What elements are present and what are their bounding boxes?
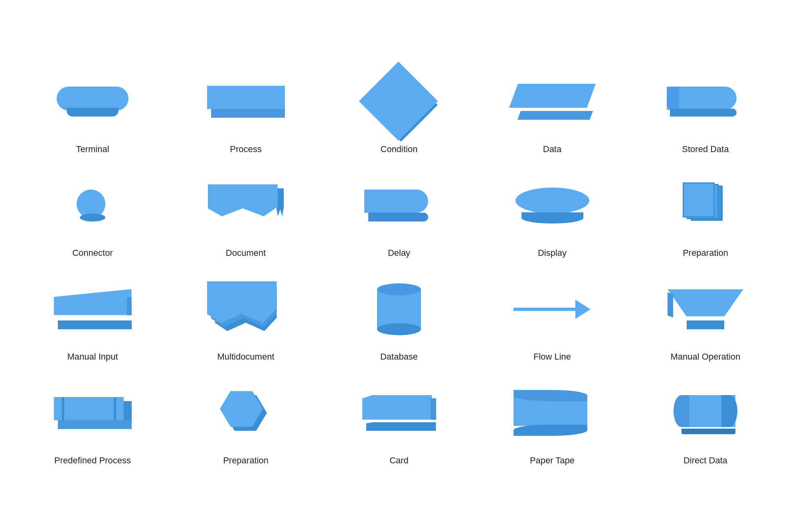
preparation2-label: Preparation [223,455,269,466]
cell-direct-data: Direct Data [629,370,782,474]
shape-condition-container [326,67,472,137]
shape-direct-data-container [633,378,778,448]
data-shape [514,84,591,120]
condition-label: Condition [381,144,418,154]
shape-stored-data-container [633,67,778,137]
manual-input-label: Manual Input [67,352,118,362]
process-shape [207,86,285,118]
display-shape [516,188,589,223]
paper-tape-label: Paper Tape [530,455,575,466]
shape-data-container [480,67,625,137]
condition-shape [369,72,429,132]
cell-preparation: Preparation [629,162,782,266]
display-label: Display [538,248,567,258]
shape-multidocument-container [173,274,318,344]
shape-preparation2-container [173,378,318,448]
cell-display: Display [476,162,629,266]
shape-predefined-process-container [20,378,165,448]
card-label: Card [389,455,409,466]
card-shape [362,395,436,431]
terminal-label: Terminal [76,144,109,154]
shape-paper-tape-container [480,378,625,448]
cell-multidocument: Multidocument [169,266,322,370]
shape-manual-input-container [20,274,165,344]
manual-operation-label: Manual Operation [671,352,741,362]
cell-manual-input: Manual Input [16,266,169,370]
manual-operation-shape [668,289,743,329]
shape-document-container [173,170,318,241]
data-label: Data [543,144,561,154]
cell-connector: Connector [16,162,169,266]
connector-label: Connector [72,248,113,258]
direct-data-shape [674,395,737,431]
shape-manual-operation-container [633,274,778,344]
document-label: Document [226,248,266,258]
cell-manual-operation: Manual Operation [629,266,782,370]
shape-database-container [326,274,472,344]
stored-data-label: Stored Data [682,144,729,154]
cell-terminal: Terminal [16,59,169,162]
cell-flow-line: Flow Line [476,266,629,370]
paper-tape-shape [514,390,591,436]
preparation2-shape [220,391,272,435]
database-label: Database [380,352,418,362]
shape-preparation-container [633,170,778,241]
cell-delay: Delay [322,162,476,266]
process-label: Process [230,144,261,154]
shape-flow-line-container [480,274,625,344]
preparation-label: Preparation [683,248,728,258]
delay-shape [364,190,434,222]
cell-condition: Condition [322,59,476,162]
stored-data-shape [667,87,745,117]
database-shape [377,283,421,335]
connector-shape [77,190,109,222]
cell-process: Process [169,59,322,162]
delay-label: Delay [388,248,410,258]
cell-database: Database [322,266,476,370]
shape-process-container [173,67,318,137]
cell-document: Document [169,162,322,266]
cell-paper-tape: Paper Tape [476,370,629,474]
shape-delay-container [326,170,472,241]
terminal-shape [57,87,128,117]
multidocument-shape [207,281,285,337]
direct-data-label: Direct Data [683,455,727,466]
cell-data: Data [476,59,629,162]
shape-display-container [480,170,625,241]
cell-card: Card [322,370,476,474]
multidocument-label: Multidocument [217,352,274,362]
cell-preparation2: Preparation [169,370,322,474]
shape-card-container [326,378,472,448]
preparation-shape [683,182,729,228]
flow-line-shape [514,299,591,319]
predefined-process-label: Predefined Process [54,455,131,466]
document-shape [208,184,284,226]
shapes-grid: Terminal Process Condition Data [0,51,798,482]
flow-line-label: Flow Line [533,352,571,362]
cell-predefined-process: Predefined Process [16,370,169,474]
predefined-process-shape [54,397,132,429]
shape-connector-container [20,170,165,241]
manual-input-shape [54,289,132,329]
cell-stored-data: Stored Data [629,59,782,162]
shape-terminal-container [20,67,165,137]
